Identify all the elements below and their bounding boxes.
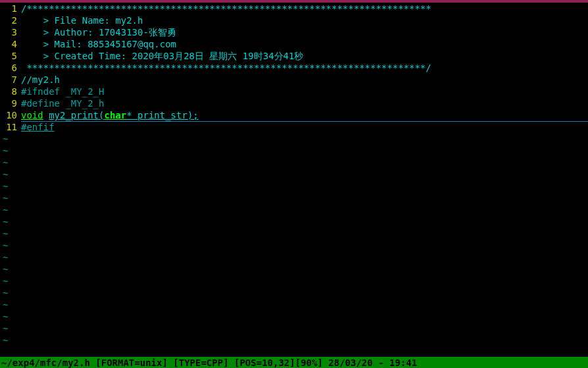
empty-line-tilde: ~ xyxy=(0,311,588,323)
code-token: char xyxy=(104,110,126,120)
code-line[interactable]: 11#enfif xyxy=(0,121,588,133)
line-number: 10 xyxy=(0,109,21,121)
code-line[interactable]: 3 > Author: 17043130-张智勇 xyxy=(0,26,588,38)
code-line[interactable]: 8#ifndef _MY_2_H xyxy=(0,86,588,97)
code-token xyxy=(43,110,49,120)
code-token: void xyxy=(21,110,43,120)
line-number: 7 xyxy=(0,74,21,86)
code-token: ****************************************… xyxy=(21,63,431,73)
line-number: 11 xyxy=(0,121,21,133)
empty-line-tilde: ~ xyxy=(0,180,588,192)
code-token: * print_str); xyxy=(126,110,199,120)
empty-line-tilde: ~ xyxy=(0,157,588,169)
line-number: 6 xyxy=(0,62,21,74)
empty-line-tilde: ~ xyxy=(0,216,588,228)
code-token: #enfif xyxy=(21,122,55,132)
empty-line-tilde: ~ xyxy=(0,334,588,346)
code-content[interactable]: /***************************************… xyxy=(21,3,588,14)
empty-line-tilde: ~ xyxy=(0,192,588,204)
code-line[interactable]: 4 > Mail: 885345167@qq.com xyxy=(0,38,588,50)
code-token: > Author: 17043130-张智勇 xyxy=(21,27,176,38)
code-line[interactable]: 10void my2_print(char* print_str); xyxy=(0,109,588,121)
code-content[interactable]: > File Name: my2.h xyxy=(21,14,588,26)
code-content[interactable]: #enfif xyxy=(21,121,588,133)
code-content[interactable]: #ifndef _MY_2_H xyxy=(21,86,588,97)
line-number: 2 xyxy=(0,14,21,26)
line-number: 1 xyxy=(0,3,21,14)
empty-line-tilde: ~ xyxy=(0,169,588,180)
empty-line-tilde: ~ xyxy=(0,263,588,275)
empty-line-tilde: ~ xyxy=(0,299,588,311)
code-token: #define _MY_2_h xyxy=(21,98,104,109)
code-token: #ifndef _MY_2_H xyxy=(21,86,104,97)
empty-line-tilde: ~ xyxy=(0,204,588,216)
code-token: /***************************************… xyxy=(21,3,431,14)
line-number: 5 xyxy=(0,50,21,62)
code-area[interactable]: 1/**************************************… xyxy=(0,3,588,357)
code-token: > Created Time: 2020年03月28日 星期六 19时34分41… xyxy=(21,51,303,61)
vim-editor[interactable]: 1/**************************************… xyxy=(0,3,588,368)
code-content[interactable]: //my2.h xyxy=(21,74,588,86)
empty-line-tilde: ~ xyxy=(0,323,588,334)
code-content[interactable]: ****************************************… xyxy=(21,62,588,74)
code-line[interactable]: 9#define _MY_2_h xyxy=(0,97,588,109)
line-number: 9 xyxy=(0,97,21,109)
code-line[interactable]: 2 > File Name: my2.h xyxy=(0,14,588,26)
line-number: 8 xyxy=(0,86,21,97)
code-content[interactable]: > Created Time: 2020年03月28日 星期六 19时34分41… xyxy=(21,50,588,62)
code-token: //my2.h xyxy=(21,74,60,85)
code-line[interactable]: 1/**************************************… xyxy=(0,3,588,14)
code-line[interactable]: 6 **************************************… xyxy=(0,62,588,74)
empty-line-tilde: ~ xyxy=(0,240,588,251)
code-content[interactable]: void my2_print(char* print_str); xyxy=(21,109,588,122)
code-content[interactable]: > Author: 17043130-张智勇 xyxy=(21,26,588,38)
empty-line-tilde: ~ xyxy=(0,275,588,287)
code-token: my2_print( xyxy=(49,110,104,120)
code-line[interactable]: 7//my2.h xyxy=(0,74,588,86)
code-content[interactable]: #define _MY_2_h xyxy=(21,97,588,109)
code-token: > Mail: 885345167@qq.com xyxy=(21,39,182,49)
line-number: 4 xyxy=(0,38,21,50)
code-token: > File Name: my2.h xyxy=(21,15,143,26)
empty-line-tilde: ~ xyxy=(0,251,588,263)
code-content[interactable]: > Mail: 885345167@qq.com xyxy=(21,38,588,50)
empty-line-tilde: ~ xyxy=(0,145,588,157)
status-line: ~/exp4/mfc/my2.h [FORMAT=unix] [TYPE=CPP… xyxy=(0,357,588,368)
code-line[interactable]: 5 > Created Time: 2020年03月28日 星期六 19时34分… xyxy=(0,50,588,62)
empty-line-tilde: ~ xyxy=(0,287,588,299)
empty-line-tilde: ~ xyxy=(0,133,588,145)
line-number: 3 xyxy=(0,26,21,38)
empty-line-tilde: ~ xyxy=(0,228,588,240)
